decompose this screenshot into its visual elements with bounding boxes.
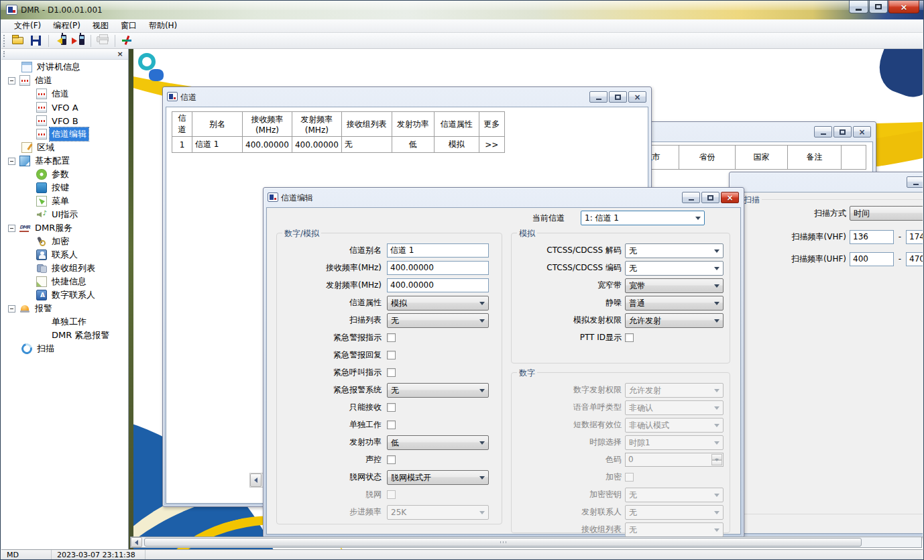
mdi-hscrollbar-thumb[interactable] bbox=[144, 538, 862, 547]
channel-column-header[interactable]: 更多 bbox=[479, 112, 504, 137]
menu-window[interactable]: 窗口 bbox=[115, 19, 143, 33]
sidebar-item-channel[interactable]: 信道 bbox=[1, 87, 128, 101]
ctcss-encode-combobox[interactable]: 无 bbox=[625, 261, 724, 276]
menu-help[interactable]: 帮助(H) bbox=[143, 19, 183, 33]
channel-maximize-button[interactable] bbox=[609, 91, 627, 103]
scan-vhf-from-field[interactable]: 136 bbox=[850, 230, 894, 244]
write-to-radio-button[interactable] bbox=[70, 34, 87, 48]
scan-uhf-from-field[interactable]: 400 bbox=[850, 252, 894, 266]
save-file-button[interactable] bbox=[28, 34, 45, 48]
sidebar-item-ui-indication[interactable]: UI指示 bbox=[1, 208, 128, 221]
channel-column-header[interactable]: 别名 bbox=[192, 112, 243, 137]
emergency-alarm-ack-checkbox[interactable] bbox=[387, 351, 396, 359]
vox-checkbox[interactable] bbox=[387, 455, 396, 464]
edit-maximize-button[interactable] bbox=[701, 192, 719, 203]
ctcss-decode-combobox[interactable]: 无 bbox=[625, 243, 724, 258]
rx-frequency-field[interactable]: 400.00000 bbox=[387, 261, 489, 275]
panel-close-icon[interactable]: × bbox=[115, 50, 125, 58]
scan-mode-combobox[interactable]: 时间 bbox=[850, 206, 923, 221]
channel-window-titlebar[interactable]: 信道 × bbox=[166, 89, 648, 105]
collapse-icon[interactable] bbox=[8, 225, 15, 232]
emergency-alarm-system-combobox[interactable]: 无 bbox=[387, 383, 489, 398]
sidebar-item-vfo-b[interactable]: VFO B bbox=[1, 114, 128, 127]
close-button[interactable]: × bbox=[888, 1, 919, 13]
contact-column-header[interactable] bbox=[842, 146, 866, 170]
maximize-button[interactable] bbox=[869, 1, 888, 13]
channel-edit-titlebar[interactable]: 信道编辑 × bbox=[266, 190, 741, 206]
edit-minimize-button[interactable] bbox=[682, 192, 700, 203]
sidebar-item-channel-group[interactable]: 信道 bbox=[1, 74, 128, 87]
analog-tx-permit-combobox[interactable]: 允许发射 bbox=[625, 313, 724, 328]
menu-file[interactable]: 文件(F) bbox=[8, 19, 47, 33]
channel-column-header[interactable]: 信道属性 bbox=[434, 112, 479, 137]
minimize-button[interactable] bbox=[849, 1, 868, 13]
bandwidth-combobox[interactable]: 宽带 bbox=[625, 278, 724, 293]
channel-alias-field[interactable]: 信道 1 bbox=[387, 243, 489, 258]
open-file-button[interactable] bbox=[10, 34, 27, 48]
sidebar-item-parameters[interactable]: 参数 bbox=[1, 168, 128, 181]
sidebar-item-zone[interactable]: 区域 bbox=[1, 141, 128, 154]
channel-cell[interactable]: 无 bbox=[341, 137, 392, 153]
sidebar-item-channel-edit[interactable]: 信道编辑 bbox=[1, 127, 128, 141]
contact-maximize-button[interactable] bbox=[833, 126, 852, 137]
contact-close-button[interactable]: × bbox=[853, 126, 871, 137]
contact-column-header[interactable]: 国家 bbox=[736, 146, 788, 170]
channel-cell[interactable]: 模拟 bbox=[434, 137, 479, 153]
sidebar-item-buttons[interactable]: 按键 bbox=[1, 181, 128, 194]
channel-column-header[interactable]: 发射功率 bbox=[392, 112, 434, 137]
scroll-left-icon[interactable] bbox=[250, 473, 262, 487]
tx-power-combobox[interactable]: 低 bbox=[387, 435, 489, 450]
channel-cell[interactable]: 低 bbox=[392, 137, 434, 153]
sidebar-item-rx-group-list[interactable]: 接收组列表 bbox=[1, 262, 128, 275]
sidebar-item-dmr-service[interactable]: DMR服务 bbox=[1, 221, 128, 235]
sidebar-item-basic-config[interactable]: 基本配置 bbox=[1, 154, 128, 168]
contact-column-header[interactable]: 省份 bbox=[679, 146, 736, 170]
channel-cell[interactable]: 400.00000 bbox=[292, 137, 341, 153]
channel-cell[interactable]: 1 bbox=[172, 137, 192, 153]
collapse-icon[interactable] bbox=[8, 305, 15, 313]
emergency-call-indication-checkbox[interactable] bbox=[387, 368, 396, 377]
channel-cell[interactable]: >> bbox=[479, 137, 504, 153]
edit-close-button[interactable]: × bbox=[721, 192, 739, 203]
menu-view[interactable]: 视图 bbox=[86, 19, 115, 33]
contact-minimize-button[interactable] bbox=[814, 126, 832, 137]
collapse-icon[interactable] bbox=[8, 158, 15, 165]
read-from-radio-button[interactable] bbox=[52, 34, 69, 48]
collapse-icon[interactable] bbox=[8, 77, 15, 85]
sidebar-item-scan[interactable]: 扫描 bbox=[1, 342, 128, 355]
channel-close-button[interactable]: × bbox=[628, 91, 646, 103]
connect-radio-button[interactable] bbox=[119, 34, 135, 48]
channel-cell[interactable]: 400.00000 bbox=[243, 137, 292, 153]
ptt-id-display-checkbox[interactable] bbox=[625, 333, 634, 342]
sidebar-item-menu[interactable]: 菜单 bbox=[1, 194, 128, 208]
menu-program[interactable]: 编程(P) bbox=[47, 19, 86, 33]
scan-window-titlebar[interactable]: × bbox=[732, 174, 923, 190]
scan-uhf-to-field[interactable]: 470 bbox=[906, 252, 923, 266]
scan-vhf-to-field[interactable]: 174 bbox=[906, 230, 923, 244]
off-network-status-combobox[interactable]: 脱网模式开 bbox=[387, 470, 489, 485]
squelch-combobox[interactable]: 普通 bbox=[625, 296, 724, 311]
channel-column-header[interactable]: 接收组列表 bbox=[341, 112, 392, 137]
sidebar-item-radio-info[interactable]: 对讲机信息 bbox=[1, 60, 128, 74]
scroll-left-icon[interactable] bbox=[131, 537, 142, 547]
rx-only-checkbox[interactable] bbox=[387, 403, 396, 412]
sidebar-item-lone-work[interactable]: 单独工作 bbox=[1, 315, 128, 329]
scan-list-combobox[interactable]: 无 bbox=[387, 313, 489, 328]
scan-minimize-button[interactable] bbox=[907, 176, 923, 188]
panel-grip-icon[interactable] bbox=[3, 51, 5, 57]
sidebar-item-digital-contacts[interactable]: 数字联系人 bbox=[1, 288, 128, 302]
sidebar-item-contacts[interactable]: 联系人 bbox=[1, 248, 128, 262]
mdi-hscrollbar[interactable] bbox=[130, 537, 922, 548]
current-channel-combobox[interactable]: 1: 信道 1 bbox=[581, 211, 705, 225]
channel-column-header[interactable]: 接收频率(MHz) bbox=[243, 112, 292, 137]
sidebar-item-alarm[interactable]: 报警 bbox=[1, 302, 128, 315]
channel-minimize-button[interactable] bbox=[589, 91, 608, 103]
sidebar-item-encrypt[interactable]: 加密 bbox=[1, 235, 128, 248]
tx-frequency-field[interactable]: 400.00000 bbox=[387, 278, 489, 292]
channel-column-header[interactable]: 信道 bbox=[172, 112, 192, 137]
channel-type-combobox[interactable]: 模拟 bbox=[387, 296, 489, 311]
sidebar-item-vfo-a[interactable]: VFO A bbox=[1, 101, 128, 114]
lone-worker-checkbox[interactable] bbox=[387, 421, 396, 429]
sidebar-item-quick-message[interactable]: 快捷信息 bbox=[1, 275, 128, 288]
sidebar-item-dmr-emergency[interactable]: DMR 紧急报警 bbox=[1, 329, 128, 342]
